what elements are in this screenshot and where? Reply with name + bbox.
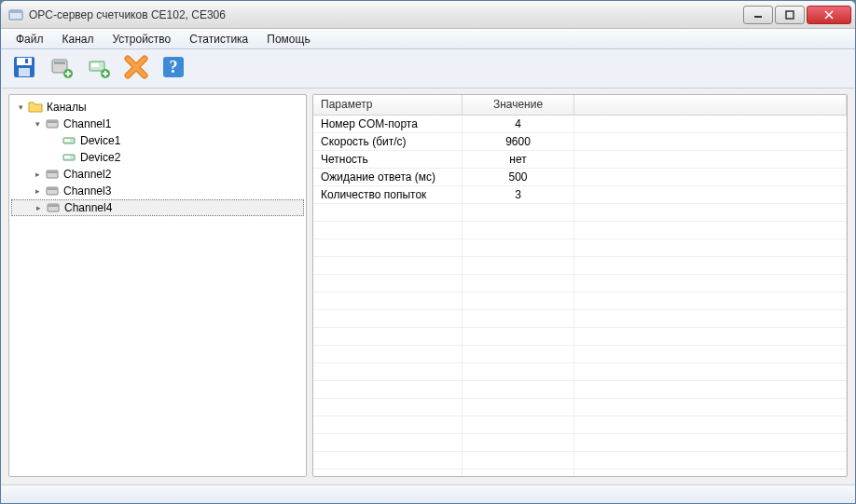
empty-row: [313, 275, 847, 293]
app-window: OPC-сервер счетчиков CE102, CE306 Файл К…: [0, 0, 856, 504]
tree-device[interactable]: ▸Device1: [11, 132, 304, 149]
cell-spacer: [574, 151, 847, 168]
minimize-button[interactable]: [743, 6, 773, 24]
add-channel-button[interactable]: [46, 53, 77, 85]
tree-channel[interactable]: ▾Channel1: [11, 116, 304, 132]
tree-root[interactable]: ▾Каналы: [11, 99, 304, 116]
property-value[interactable]: 3: [463, 186, 574, 203]
channel-icon: [45, 184, 60, 198]
menubar: Файл Канал Устройство Статистика Помощь: [1, 29, 855, 49]
empty-row: [313, 310, 847, 328]
window-controls: [741, 6, 851, 24]
node-label: Каналы: [47, 101, 87, 114]
node-label: Channel2: [63, 168, 111, 181]
col-spacer: [574, 95, 847, 115]
property-name: Количество попыток: [313, 186, 463, 203]
node-label: Device1: [80, 134, 120, 147]
add-channel-icon: [48, 54, 75, 83]
empty-row: [313, 470, 847, 476]
cell-spacer: [574, 169, 847, 185]
node-label: Channel1: [63, 117, 111, 130]
svg-rect-31: [48, 188, 57, 190]
add-device-icon: [86, 54, 112, 83]
tree-channel[interactable]: ▸Channel2: [11, 166, 304, 183]
svg-rect-1: [9, 10, 22, 13]
statusbar: [1, 484, 855, 503]
svg-rect-27: [64, 156, 70, 158]
col-parameter[interactable]: Параметр: [313, 95, 463, 115]
node-label: Channel3: [63, 184, 111, 198]
empty-row: [313, 239, 847, 257]
save-button[interactable]: [8, 53, 40, 85]
expand-icon[interactable]: ▸: [32, 169, 43, 180]
help-icon: ?: [160, 54, 186, 83]
add-device-button[interactable]: [83, 53, 115, 85]
property-row[interactable]: Номер COM-порта4: [313, 116, 847, 133]
svg-rect-8: [19, 68, 30, 76]
property-name: Ожидание ответа (мс): [313, 169, 463, 185]
empty-row: [313, 328, 847, 346]
svg-text:?: ?: [170, 58, 178, 76]
collapse-icon[interactable]: ▾: [15, 102, 26, 113]
collapse-icon[interactable]: ▾: [32, 118, 43, 129]
save-icon: [11, 54, 37, 83]
node-label: Device2: [80, 151, 120, 164]
property-row[interactable]: Скорость (бит/с)9600: [313, 133, 847, 151]
svg-rect-23: [48, 121, 57, 123]
col-value[interactable]: Значение: [463, 95, 574, 115]
app-icon: [8, 7, 23, 22]
channel-icon: [46, 200, 61, 215]
empty-row: [313, 399, 847, 416]
help-button[interactable]: ?: [158, 53, 189, 85]
svg-rect-9: [25, 59, 28, 63]
titlebar: OPC-сервер счетчиков CE102, CE306: [1, 1, 855, 29]
toolbar: ?: [1, 49, 855, 89]
menu-file[interactable]: Файл: [7, 31, 53, 48]
tree-panel: ▾Каналы▾Channel1▸Device1▸Device2▸Channel…: [8, 94, 307, 477]
property-name: Скорость (бит/с): [313, 133, 463, 150]
property-row[interactable]: Ожидание ответа (мс)500: [313, 169, 847, 186]
svg-rect-16: [91, 63, 99, 67]
window-title: OPC-сервер счетчиков CE102, CE306: [29, 8, 741, 21]
property-value[interactable]: нет: [463, 151, 574, 168]
channel-icon: [45, 116, 60, 131]
content-area: ▾Каналы▾Channel1▸Device1▸Device2▸Channel…: [1, 89, 855, 484]
empty-row: [313, 381, 847, 399]
tree-channel[interactable]: ▸Channel3: [11, 183, 304, 199]
menu-statistics[interactable]: Статистика: [180, 31, 257, 48]
empty-row: [313, 204, 847, 222]
empty-row: [313, 452, 847, 470]
channel-tree[interactable]: ▾Каналы▾Channel1▸Device1▸Device2▸Channel…: [9, 95, 306, 220]
empty-row: [313, 293, 847, 310]
tree-device[interactable]: ▸Device2: [11, 149, 304, 166]
properties-panel: Параметр Значение Номер COM-порта4Скорос…: [312, 94, 848, 477]
property-value[interactable]: 4: [463, 116, 574, 132]
delete-button[interactable]: [120, 53, 152, 85]
empty-row: [313, 346, 847, 363]
menu-channel[interactable]: Канал: [53, 31, 104, 48]
grid-header: Параметр Значение: [313, 95, 847, 116]
expand-icon[interactable]: ▸: [33, 202, 44, 213]
maximize-button[interactable]: [775, 6, 805, 24]
svg-rect-33: [48, 205, 58, 207]
menu-device[interactable]: Устройство: [103, 31, 180, 48]
empty-row: [313, 363, 847, 381]
svg-rect-11: [54, 61, 65, 64]
svg-rect-25: [64, 139, 70, 142]
delete-icon: [124, 55, 148, 82]
node-label: Channel4: [64, 201, 112, 214]
property-value[interactable]: 500: [463, 169, 574, 185]
expand-icon[interactable]: ▸: [32, 185, 43, 197]
property-row[interactable]: Количество попыток3: [313, 186, 847, 204]
folder-icon: [28, 100, 43, 115]
cell-spacer: [574, 116, 847, 132]
menu-help[interactable]: Помощь: [257, 31, 319, 48]
empty-row: [313, 434, 847, 452]
close-button[interactable]: [807, 6, 851, 24]
svg-rect-29: [48, 171, 57, 173]
cell-spacer: [574, 186, 847, 203]
tree-channel[interactable]: ▸Channel4: [11, 199, 304, 216]
property-row[interactable]: Четностьнет: [313, 151, 847, 169]
svg-rect-3: [786, 11, 794, 19]
property-value[interactable]: 9600: [463, 133, 574, 150]
